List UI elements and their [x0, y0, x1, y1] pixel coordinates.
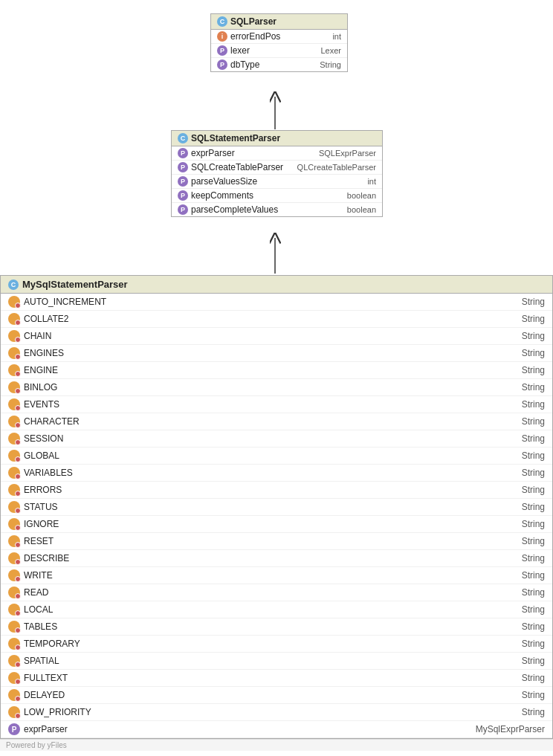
field-type: String	[522, 450, 545, 461]
field-type: String	[522, 502, 545, 512]
main-field-row: FULLTEXTString	[1, 670, 552, 687]
field-type: String	[522, 519, 545, 529]
field-left: READ	[8, 587, 48, 598]
field-name: lexer	[230, 45, 250, 56]
field-name: COLLATE2	[24, 314, 68, 324]
field-type: String	[320, 60, 341, 69]
main-field-row: STATUSString	[1, 499, 552, 516]
field-type: String	[522, 536, 545, 546]
field-name: exprParser	[191, 148, 235, 158]
field-type: QLCreateTableParser	[297, 163, 376, 172]
field-type: boolean	[347, 205, 376, 214]
main-field-row: AUTO_INCREMENTString	[1, 294, 552, 311]
sqlstatementparser-field-3: P keepComments boolean	[172, 189, 382, 203]
field-name: exprParser	[24, 724, 68, 734]
field-icon-i: i	[217, 31, 227, 42]
field-name: ENGINES	[24, 348, 64, 358]
field-name: errorEndPos	[230, 31, 280, 42]
field-left: EVENTS	[8, 398, 59, 410]
field-type: String	[522, 416, 545, 427]
field-left: LOCAL	[8, 604, 53, 616]
field-name: DELAYED	[24, 690, 65, 700]
field-left: WRITE	[8, 569, 53, 581]
field-type: boolean	[347, 191, 376, 200]
field-left: IGNORE	[8, 518, 59, 530]
field-left: DELAYED	[8, 689, 65, 701]
field-icon-orange	[8, 552, 20, 564]
field-name: STATUS	[24, 502, 58, 512]
sqlstatementparser-header: C SQLStatementParser	[172, 131, 382, 146]
field-type: String	[522, 690, 545, 700]
main-field-row: SESSIONString	[1, 430, 552, 448]
field-type: String	[522, 656, 545, 666]
main-field-row: DESCRIBEString	[1, 550, 552, 567]
field-icon-orange	[8, 638, 20, 650]
field-name: DESCRIBE	[24, 553, 69, 563]
footer-bar: Powered by yFiles	[0, 739, 553, 751]
field-icon-orange	[8, 706, 20, 718]
field-name: IGNORE	[24, 519, 59, 529]
field-name: BINLOG	[24, 382, 57, 392]
field-icon-orange	[8, 416, 20, 427]
field-left: ENGINES	[8, 347, 64, 359]
field-icon-orange	[8, 313, 20, 325]
field-left: CHARACTER	[8, 416, 80, 427]
sqlstatementparser-title: SQLStatementParser	[191, 133, 280, 143]
field-type: String	[522, 399, 545, 410]
field-name: GLOBAL	[24, 450, 59, 461]
main-field-row: ENGINESString	[1, 345, 552, 362]
field-name: READ	[24, 587, 48, 598]
sqlstatementparser-field-2: P parseValuesSize int	[172, 175, 382, 189]
field-type: String	[522, 604, 545, 615]
field-left: TABLES	[8, 621, 57, 633]
field-type: int	[332, 32, 341, 41]
field-type: SQLExprParser	[319, 149, 376, 158]
field-icon-orange	[8, 569, 20, 581]
main-field-row: IGNOREString	[1, 516, 552, 533]
field-name: SESSION	[24, 433, 63, 444]
main-field-row: WRITEString	[1, 567, 552, 584]
field-name: parseCompleteValues	[191, 204, 278, 215]
field-name: FULLTEXT	[24, 673, 68, 683]
sqlstatementparser-field-1: P SQLCreateTableParser QLCreateTablePars…	[172, 161, 382, 175]
field-icon-p: P	[217, 45, 227, 56]
field-type: String	[522, 621, 545, 632]
field-icon-orange	[8, 398, 20, 410]
main-field-row: TABLESString	[1, 618, 552, 636]
sqlparser-field-2: P dbType String	[211, 58, 347, 71]
main-class-title: MySqlStatementParser	[22, 279, 128, 290]
field-type: String	[522, 707, 545, 717]
field-name: LOW_PRIORITY	[24, 707, 91, 717]
field-icon-p: P	[178, 190, 188, 201]
field-type: String	[522, 553, 545, 563]
field-type: String	[522, 314, 545, 324]
field-icon-p: P	[8, 723, 20, 735]
field-left: GLOBAL	[8, 450, 59, 462]
field-icon-orange	[8, 689, 20, 701]
sqlparser-title: SQLParser	[230, 16, 276, 27]
main-field-row: LOW_PRIORITYString	[1, 704, 552, 721]
field-icon-orange	[8, 655, 20, 667]
field-left: ERRORS	[8, 484, 62, 496]
field-type: String	[522, 570, 545, 581]
main-field-row: CHAINString	[1, 328, 552, 345]
main-field-row: SPATIALString	[1, 653, 552, 670]
field-name: SQLCreateTableParser	[191, 162, 283, 172]
main-field-row: GLOBALString	[1, 448, 552, 465]
field-left: PexprParser	[8, 723, 68, 735]
main-field-row: CHARACTERString	[1, 413, 552, 430]
main-class-panel: C MySqlStatementParser AUTO_INCREMENTStr…	[0, 275, 553, 739]
field-icon-orange	[8, 347, 20, 359]
field-name: keepComments	[191, 190, 253, 201]
main-field-row: BINLOGString	[1, 379, 552, 396]
field-type: String	[522, 348, 545, 358]
field-left: CHAIN	[8, 330, 51, 342]
main-field-row: DELAYEDString	[1, 687, 552, 704]
field-icon-orange	[8, 364, 20, 376]
main-field-row: LOCALString	[1, 601, 552, 618]
field-left: VARIABLES	[8, 467, 73, 479]
field-type: Lexer	[320, 46, 341, 55]
field-icon-orange	[8, 535, 20, 547]
field-type: MySqlExprParser	[476, 724, 545, 734]
field-icon-orange	[8, 433, 20, 445]
